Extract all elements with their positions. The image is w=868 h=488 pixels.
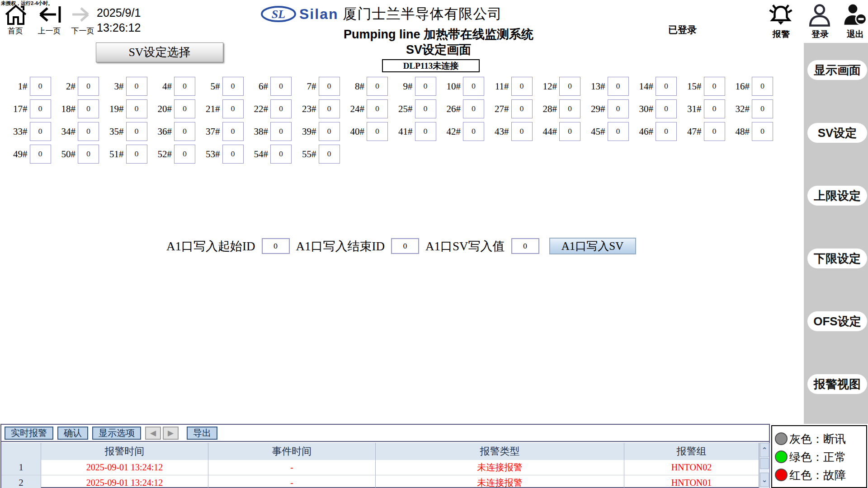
channel-sv-input[interactable]: 0 [415,77,436,96]
channel-sv-input[interactable]: 0 [30,145,51,164]
channel-sv-input[interactable]: 0 [30,122,51,141]
channel-sv-input[interactable]: 0 [463,99,484,118]
channel-cell: 6#0 [244,75,292,98]
channel-sv-input[interactable]: 0 [559,99,580,118]
sv-select-button[interactable]: SV设定选择 [96,42,223,62]
channel-label: 28# [533,103,560,115]
grid-row: 1#02#03#04#05#06#07#08#09#010#011#012#01… [3,75,775,98]
channel-label: 6# [244,81,271,92]
alarm-table-scrollbar[interactable]: ⌃ ⌄ [759,443,769,488]
a1-start-id-input[interactable]: 0 [262,238,290,254]
channel-sv-input[interactable]: 0 [608,77,629,96]
a1-sv-value-input[interactable]: 0 [511,238,539,254]
channel-sv-input[interactable]: 0 [126,77,147,96]
channel-sv-input[interactable]: 0 [367,122,388,141]
channel-cell: 53#0 [195,143,244,165]
channel-label: 48# [725,126,752,137]
alarm-cell-time: 2025-09-01 13:24:12 [41,475,208,488]
channel-label: 50# [51,149,78,160]
channel-sv-input[interactable]: 0 [174,99,195,118]
channel-sv-input[interactable]: 0 [270,122,292,141]
channel-sv-input[interactable]: 0 [608,122,629,141]
channel-sv-input[interactable]: 0 [511,99,533,118]
channel-sv-input[interactable]: 0 [222,77,244,96]
login-user-icon[interactable] [807,3,833,28]
channel-label: 5# [195,81,222,92]
scroll-up-icon[interactable]: ⌃ [760,443,769,457]
confirm-button[interactable]: 确认 [57,427,88,440]
channel-sv-input[interactable]: 0 [174,77,195,96]
channel-sv-input[interactable]: 0 [126,145,147,164]
channel-sv-input[interactable]: 0 [608,99,629,118]
channel-sv-input[interactable]: 0 [463,77,484,96]
a1-write-sv-button[interactable]: A1口写入SV [549,238,636,254]
channel-sv-input[interactable]: 0 [511,122,533,141]
channel-cell: 24#0 [340,98,388,120]
realtime-alarm-button[interactable]: 实时报警 [5,427,53,440]
channel-label: 14# [629,81,656,92]
channel-sv-input[interactable]: 0 [78,145,99,164]
display-options-button[interactable]: 显示选项 [92,427,141,440]
channel-sv-input[interactable]: 0 [78,77,99,96]
scroll-down-icon[interactable]: ⌄ [760,473,769,487]
channel-sv-input[interactable]: 0 [319,99,340,118]
channel-label: 36# [147,126,175,137]
sidebar-item-4[interactable]: 下限设定 [807,249,867,268]
export-button[interactable]: 导出 [187,427,217,440]
scroll-thumb[interactable] [760,458,769,469]
sidebar-item-2[interactable]: SV设定 [807,123,867,143]
channel-sv-input[interactable]: 0 [319,122,340,141]
channel-sv-input[interactable]: 0 [126,99,147,118]
channel-sv-input[interactable]: 0 [752,99,773,118]
channel-sv-input[interactable]: 0 [752,122,773,141]
alarm-cell-time: 2025-09-01 13:24:12 [41,460,208,475]
channel-sv-input[interactable]: 0 [126,122,147,141]
sidebar-item-5[interactable]: OFS设定 [807,311,867,331]
channel-sv-input[interactable]: 0 [367,99,388,118]
channel-sv-input[interactable]: 0 [319,145,340,164]
channel-sv-input[interactable]: 0 [656,99,677,118]
channel-sv-input[interactable]: 0 [367,77,388,96]
alarm-table-row[interactable]: 22025-09-01 13:24:12-未连接报警HNTON01 [1,475,759,488]
channel-sv-input[interactable]: 0 [78,99,99,118]
channel-label: 40# [340,126,367,137]
channel-sv-input[interactable]: 0 [704,99,725,118]
channel-sv-input[interactable]: 0 [319,77,340,96]
logout-user-icon[interactable] [842,3,868,28]
channel-sv-input[interactable]: 0 [752,77,773,96]
channel-sv-input[interactable]: 0 [174,145,195,164]
alarm-table-row[interactable]: 12025-09-01 13:24:12-未连接报警HNTON02 [1,460,759,475]
channel-sv-input[interactable]: 0 [704,77,725,96]
home-icon[interactable] [4,4,28,25]
channel-sv-input[interactable]: 0 [559,122,580,141]
channel-sv-input[interactable]: 0 [30,77,51,96]
page-prev-icon[interactable]: ◀ [145,427,161,440]
a1-end-id-input[interactable]: 0 [391,238,419,254]
channel-sv-input[interactable]: 0 [463,122,484,141]
channel-sv-input[interactable]: 0 [656,122,677,141]
page-next-icon[interactable]: ▶ [163,427,179,440]
channel-sv-input[interactable]: 0 [559,77,580,96]
channel-sv-input[interactable]: 0 [30,99,51,118]
channel-label: 44# [533,126,560,137]
channel-sv-input[interactable]: 0 [270,77,292,96]
sidebar-item-3[interactable]: 上限设定 [807,186,867,206]
channel-sv-input[interactable]: 0 [415,122,436,141]
channel-sv-input[interactable]: 0 [222,99,244,118]
channel-sv-input[interactable]: 0 [511,77,533,96]
channel-sv-input[interactable]: 0 [222,145,244,164]
previous-page-icon[interactable] [37,5,64,25]
sidebar-item-1[interactable]: 显示画面 [807,60,867,80]
channel-sv-input[interactable]: 0 [78,122,99,141]
channel-cell: 45#0 [580,120,629,143]
channel-sv-input[interactable]: 0 [704,122,725,141]
channel-sv-input[interactable]: 0 [415,99,436,118]
channel-sv-input[interactable]: 0 [222,122,244,141]
channel-sv-input[interactable]: 0 [270,145,292,164]
channel-sv-input[interactable]: 0 [174,122,195,141]
next-page-icon[interactable] [69,5,96,25]
sidebar-item-6[interactable]: 报警视图 [807,374,867,394]
alarm-bell-icon[interactable] [768,3,794,28]
channel-sv-input[interactable]: 0 [270,99,292,118]
channel-sv-input[interactable]: 0 [656,77,677,96]
